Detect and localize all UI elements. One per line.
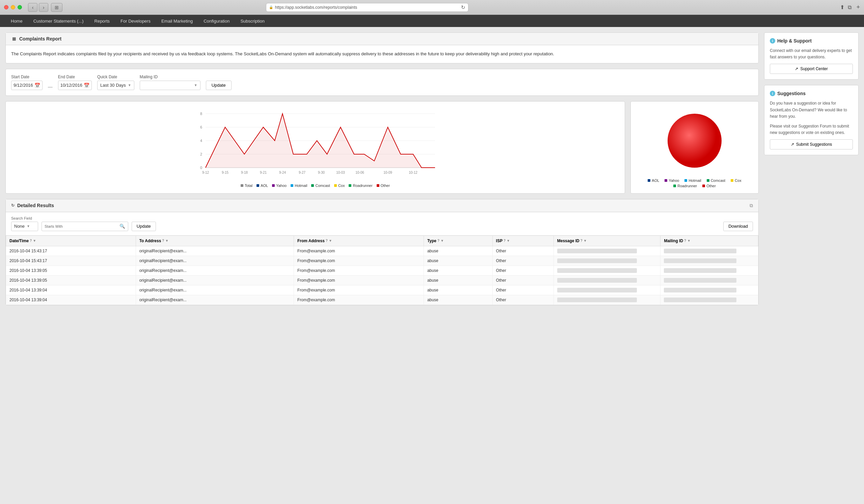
table-cell: From@example.com — [293, 285, 423, 295]
results-table: Date/Time ? ▼ To Address — [6, 235, 758, 305]
table-row: 2016-10-04 15:43:17originalRecipient@exa… — [6, 256, 758, 266]
table-cell: 2016-10-04 13:39:04 — [6, 295, 136, 305]
external-link-icon[interactable]: ⧉ — [749, 203, 753, 208]
pie-chart-card: AOL Yahoo Hotmail Comcast — [631, 101, 759, 194]
sort-from-address-button[interactable]: From Address ? ▼ — [297, 238, 332, 243]
from-address-help-icon: ? — [326, 239, 328, 243]
back-button[interactable]: ‹ — [28, 3, 37, 12]
pie-legend-aol: AOL — [648, 179, 659, 183]
support-center-label: Support Center — [800, 66, 828, 71]
search-field-value: None — [14, 224, 25, 229]
table-update-button[interactable]: Update — [132, 222, 156, 231]
table-cell: Other — [492, 295, 553, 305]
nav-item-reports[interactable]: Reports — [89, 15, 116, 27]
mailing-id-label: Mailing ID — [140, 75, 201, 79]
table-cell — [553, 285, 660, 295]
search-field-group: Search Field None ▼ — [11, 216, 38, 231]
table-row: 2016-10-04 13:39:04originalRecipient@exa… — [6, 285, 758, 295]
minimize-button[interactable] — [11, 5, 15, 10]
th-datetime: Date/Time ? ▼ — [6, 235, 136, 246]
table-cell — [660, 256, 758, 266]
svg-text:9-21: 9-21 — [260, 171, 267, 174]
table-cell: Other — [492, 285, 553, 295]
search-input-wrap: Starts With 🔍 — [41, 222, 128, 231]
start-date-value: 9/12/2016 — [13, 83, 33, 88]
table-cell: originalRecipient@exam... — [136, 256, 293, 266]
table-cell — [553, 246, 660, 256]
mailing-id-sort-icon: ▼ — [687, 239, 691, 243]
line-chart-container: 8 6 4 2 0 9-12 9-15 9 — [11, 107, 619, 187]
table-cell — [553, 266, 660, 275]
isp-help-icon: ? — [504, 239, 506, 243]
zoom-button[interactable] — [17, 5, 22, 10]
blurred-value — [557, 268, 637, 273]
legend-comcast: Comcast — [311, 184, 330, 187]
sort-mailing-id-button[interactable]: Mailing ID ? ▼ — [664, 238, 691, 243]
download-button[interactable]: Download — [723, 222, 753, 231]
nav-item-configuration[interactable]: Configuration — [198, 15, 235, 27]
legend-other: Other — [377, 184, 390, 187]
start-date-input[interactable]: 9/12/2016 📅 — [11, 81, 43, 90]
nav-item-customer-statements[interactable]: Customer Statements (...) — [28, 15, 89, 27]
search-input[interactable] — [64, 224, 118, 229]
report-description: The Complaints Report indicates complain… — [11, 51, 753, 58]
th-isp: ISP ? ▼ — [492, 235, 553, 246]
update-button[interactable]: Update — [206, 81, 231, 90]
reload-button[interactable]: ↻ — [461, 4, 465, 11]
nav-bar: Home Customer Statements (...) Reports F… — [0, 15, 864, 27]
traffic-lights — [4, 5, 22, 10]
nav-item-email-marketing[interactable]: Email Marketing — [156, 15, 198, 27]
add-tab-button[interactable]: + — [856, 4, 860, 11]
end-date-group: End Date 10/12/2016 📅 — [58, 75, 92, 90]
quick-date-select[interactable]: Last 30 Days ▼ — [97, 81, 134, 90]
end-date-input[interactable]: 10/12/2016 📅 — [58, 81, 92, 90]
start-date-group: Start Date 9/12/2016 📅 — [11, 75, 43, 90]
table-cell: 2016-10-04 13:39:05 — [6, 266, 136, 275]
card-body: The Complaints Report indicates complain… — [6, 45, 758, 63]
blurred-value — [664, 268, 736, 273]
th-mailing-id: Mailing ID ? ▼ — [660, 235, 758, 246]
nav-item-home[interactable]: Home — [5, 15, 28, 27]
sort-message-id-button[interactable]: Message ID ? ▼ — [557, 238, 587, 243]
url-text: https://app.socketlabs.com/reports/compl… — [275, 5, 459, 10]
line-chart-legend: Total AOL Yahoo Hotmail Comcast Cox Road… — [11, 184, 619, 187]
close-button[interactable] — [4, 5, 9, 10]
new-tab-button[interactable]: ⧉ — [848, 4, 852, 11]
end-date-calendar-icon[interactable]: 📅 — [84, 83, 89, 88]
lock-icon: 🔒 — [269, 5, 273, 9]
table-cell: 2016-10-04 15:43:17 — [6, 246, 136, 256]
sidebar-toggle-button[interactable]: ⊞ — [51, 3, 62, 12]
suggestions-description-2: Please visit our Suggestion Forum to sub… — [770, 123, 853, 136]
submit-suggestions-button[interactable]: ↗ Submit Suggestions — [770, 139, 853, 149]
content-area: ▦ Complaints Report The Complaints Repor… — [5, 33, 759, 499]
isp-sort-icon: ▼ — [507, 239, 510, 243]
card-header: ▦ Complaints Report — [6, 33, 758, 45]
sort-datetime-button[interactable]: Date/Time ? ▼ — [10, 238, 36, 243]
pie-legend-cox: Cox — [731, 179, 742, 183]
sort-to-address-button[interactable]: To Address ? ▼ — [140, 238, 169, 243]
help-support-card: i Help & Support Connect with our email … — [764, 33, 859, 79]
table-cell — [660, 295, 758, 305]
share-button[interactable]: ⬆ — [840, 4, 844, 11]
blurred-value — [557, 258, 637, 263]
help-support-label: Help & Support — [777, 38, 812, 44]
to-address-sort-icon: ▼ — [165, 239, 168, 243]
mailing-id-group: Mailing ID ▼ — [140, 75, 201, 90]
start-date-calendar-icon[interactable]: 📅 — [34, 83, 40, 88]
nav-item-subscription[interactable]: Subscription — [235, 15, 270, 27]
end-date-label: End Date — [58, 75, 92, 79]
pie-legend: AOL Yahoo Hotmail Comcast — [636, 179, 753, 188]
sort-isp-button[interactable]: ISP ? ▼ — [496, 238, 510, 243]
sort-type-button[interactable]: Type ? ▼ — [427, 238, 444, 243]
forward-button[interactable]: › — [39, 3, 48, 12]
mailing-id-select[interactable]: ▼ — [140, 81, 201, 90]
table-row: 2016-10-04 15:43:17originalRecipient@exa… — [6, 246, 758, 256]
svg-text:2: 2 — [200, 152, 202, 156]
search-field-select[interactable]: None ▼ — [11, 222, 38, 231]
support-center-button[interactable]: ↗ Support Center — [770, 64, 853, 74]
to-address-help-icon: ? — [162, 239, 164, 243]
detailed-results-title: ↻ Detailed Results — [11, 203, 54, 208]
nav-item-for-developers[interactable]: For Developers — [115, 15, 156, 27]
search-button[interactable]: 🔍 — [119, 224, 125, 229]
svg-point-23 — [668, 114, 722, 168]
